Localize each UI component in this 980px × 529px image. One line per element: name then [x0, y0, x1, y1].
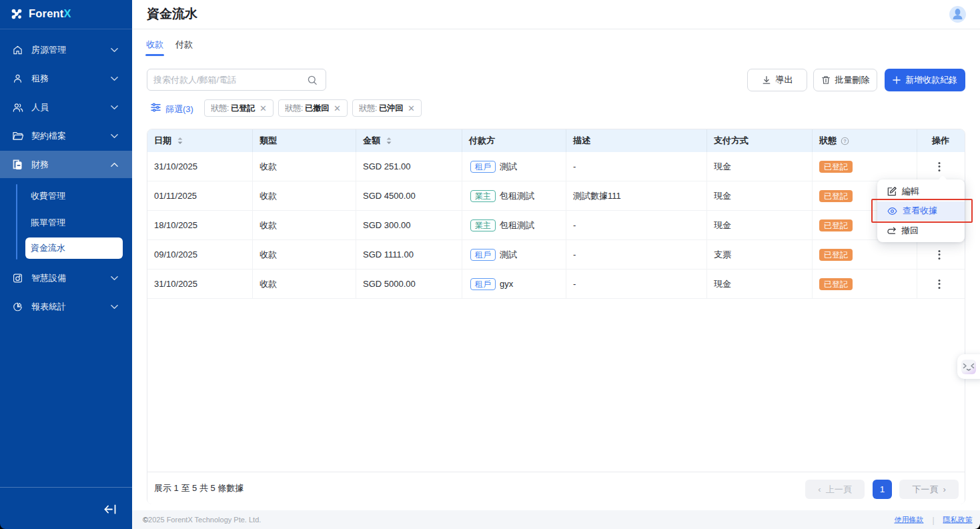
svg-text:?: ?: [843, 138, 847, 144]
